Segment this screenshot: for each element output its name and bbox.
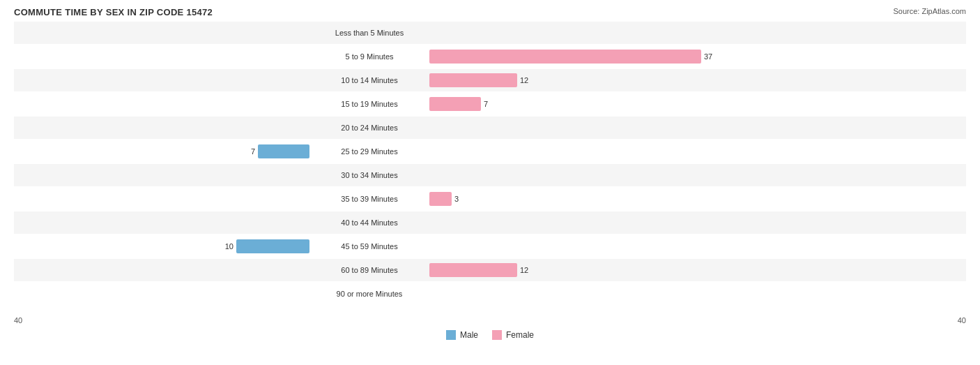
female-value: 37 [704, 52, 718, 61]
female-bar [429, 97, 481, 111]
right-section [425, 168, 725, 182]
left-section [14, 97, 314, 111]
bar-row: Less than 5 Minutes [14, 22, 966, 44]
female-value: 12 [520, 266, 534, 274]
left-section: 10 [14, 239, 314, 253]
legend-male: Male [446, 330, 478, 340]
row-label: 45 to 59 Minutes [314, 242, 425, 251]
female-value: 3 [454, 195, 468, 203]
male-swatch [446, 330, 456, 340]
right-section [425, 239, 725, 253]
source-label: Source: ZipAtlas.com [893, 7, 966, 15]
bar-row: 10 45 to 59 Minutes [14, 235, 966, 258]
bottom-axis: 40 40 [14, 315, 966, 326]
legend: Male Female [14, 330, 966, 340]
male-value: 10 [220, 242, 233, 251]
right-section: 12 [425, 263, 725, 277]
chart-container: COMMUTE TIME BY SEX IN ZIP CODE 15472 So… [0, 0, 980, 365]
right-section: 12 [425, 73, 725, 87]
row-label: 35 to 39 Minutes [314, 195, 425, 203]
right-section [425, 26, 725, 40]
row-label: 10 to 14 Minutes [314, 76, 425, 84]
bar-row: 20 to 24 Minutes [14, 117, 966, 139]
female-value: 12 [520, 76, 534, 84]
chart-title: COMMUTE TIME BY SEX IN ZIP CODE 15472 [14, 7, 966, 17]
row-label: 90 or more Minutes [314, 290, 425, 298]
left-section [14, 216, 314, 230]
female-bar [429, 50, 701, 64]
row-label: 5 to 9 Minutes [314, 52, 425, 61]
right-section [425, 144, 725, 158]
axis-left-label: 40 [14, 316, 314, 325]
bar-row: 7 25 to 29 Minutes [14, 140, 966, 163]
bars-area: Less than 5 Minutes 5 to 9 Minutes 37 10… [14, 22, 966, 315]
bar-row: 30 to 34 Minutes [14, 164, 966, 186]
left-section [14, 168, 314, 182]
bar-row: 10 to 14 Minutes 12 [14, 69, 966, 91]
left-section [14, 121, 314, 135]
legend-female: Female [492, 330, 534, 340]
row-label: 15 to 19 Minutes [314, 100, 425, 108]
left-section [14, 73, 314, 87]
female-bar [429, 192, 452, 206]
bar-row: 60 to 89 Minutes 12 [14, 259, 966, 281]
left-section [14, 192, 314, 206]
female-bar [429, 263, 517, 277]
bar-row: 40 to 44 Minutes [14, 211, 966, 234]
row-label: Less than 5 Minutes [314, 29, 425, 37]
row-label: 60 to 89 Minutes [314, 266, 425, 274]
female-label: Female [506, 330, 534, 340]
left-section [14, 287, 314, 301]
bar-row: 35 to 39 Minutes 3 [14, 188, 966, 210]
left-section: 7 [14, 144, 314, 158]
right-section [425, 287, 725, 301]
bar-row: 5 to 9 Minutes 37 [14, 45, 966, 68]
right-section [425, 216, 725, 230]
right-section: 3 [425, 192, 725, 206]
left-section [14, 26, 314, 40]
bar-row: 15 to 19 Minutes 7 [14, 93, 966, 115]
female-value: 7 [484, 100, 498, 108]
right-section: 7 [425, 97, 725, 111]
left-section [14, 50, 314, 64]
row-label: 30 to 34 Minutes [314, 171, 425, 179]
row-label: 40 to 44 Minutes [314, 218, 425, 227]
male-bar [236, 239, 309, 253]
male-value: 7 [241, 147, 255, 156]
row-label: 20 to 24 Minutes [314, 124, 425, 132]
left-section [14, 263, 314, 277]
female-bar [429, 73, 517, 87]
axis-right-label: 40 [666, 316, 966, 325]
bar-row: 90 or more Minutes [14, 283, 966, 305]
male-bar [258, 144, 309, 158]
male-label: Male [460, 330, 478, 340]
female-swatch [492, 330, 502, 340]
row-label: 25 to 29 Minutes [314, 147, 425, 156]
right-section [425, 121, 725, 135]
right-section: 37 [425, 50, 725, 64]
